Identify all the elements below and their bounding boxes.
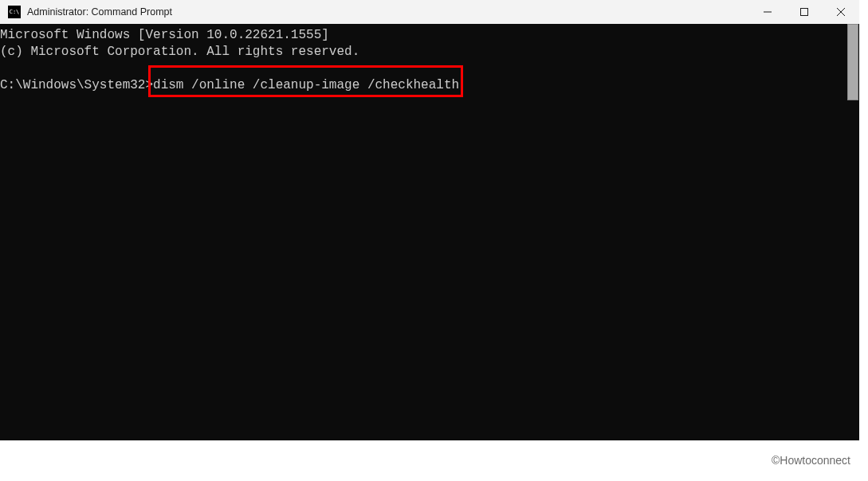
- typed-command[interactable]: dism /online /cleanup-image /checkhealth: [153, 78, 459, 92]
- minimize-icon: [764, 8, 772, 16]
- prompt-path: C:\Windows\System32>: [0, 78, 153, 92]
- vertical-scrollbar[interactable]: [847, 24, 858, 100]
- command-prompt-window: Administrator: Command Prompt Microsoft …: [0, 0, 859, 440]
- watermark-text: ©Howtoconnect: [772, 454, 850, 467]
- minimize-button[interactable]: [749, 0, 786, 24]
- svg-rect-1: [801, 9, 808, 16]
- maximize-button[interactable]: [786, 0, 823, 24]
- close-button[interactable]: [823, 0, 859, 24]
- maximize-icon: [800, 8, 808, 16]
- terminal-output: Microsoft Windows [Version 10.0.22621.15…: [0, 24, 859, 94]
- copyright-line: (c) Microsoft Corporation. All rights re…: [0, 45, 359, 59]
- version-line: Microsoft Windows [Version 10.0.22621.15…: [0, 28, 329, 42]
- close-icon: [837, 8, 845, 16]
- window-title: Administrator: Command Prompt: [27, 6, 172, 18]
- cmd-icon: [8, 6, 21, 18]
- titlebar[interactable]: Administrator: Command Prompt: [0, 0, 859, 24]
- terminal-client-area[interactable]: Microsoft Windows [Version 10.0.22621.15…: [0, 24, 859, 440]
